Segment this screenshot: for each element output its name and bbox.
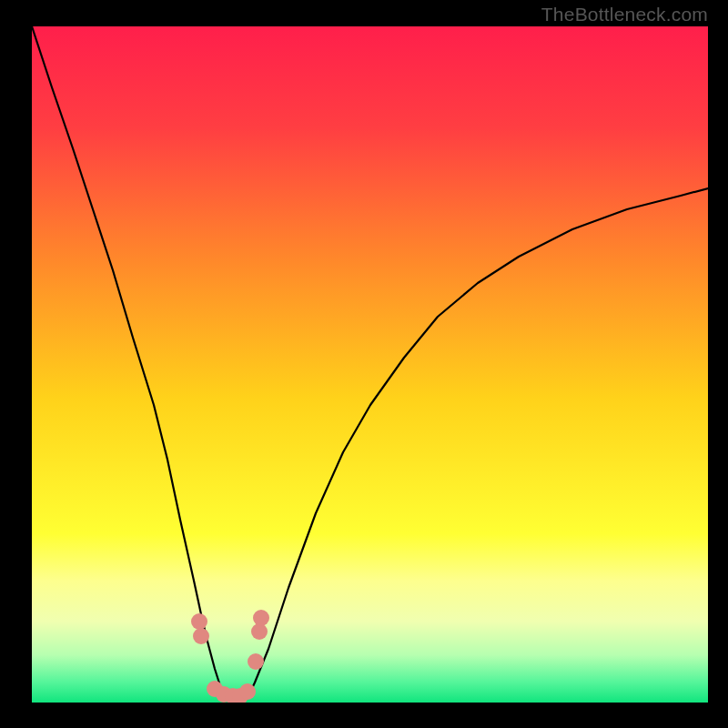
fit-markers	[32, 26, 708, 703]
svg-point-10	[253, 610, 269, 626]
watermark-text: TheBottleneck.com	[541, 4, 708, 25]
svg-point-7	[239, 683, 256, 700]
plot-area	[32, 26, 708, 703]
chart-frame: TheBottleneck.com	[0, 0, 728, 728]
svg-point-1	[191, 613, 207, 630]
svg-point-2	[193, 628, 209, 644]
svg-point-8	[248, 653, 264, 670]
